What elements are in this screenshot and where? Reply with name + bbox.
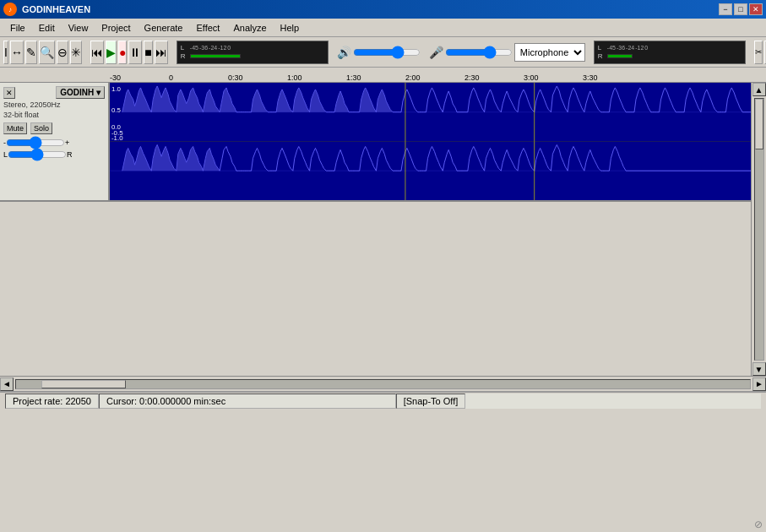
snap-status: [Snap-To Off] — [396, 394, 466, 409]
track-scroll-area: ✕ GODINH ▾ Stereo, 22050Hz 32-bit float … — [0, 83, 766, 376]
pan-row: L R — [3, 149, 105, 160]
output-volume-slider[interactable] — [353, 46, 421, 59]
close-button[interactable]: ✕ — [749, 3, 763, 15]
waveform-bottom-channel — [110, 142, 751, 201]
tool-zoom-out-button[interactable]: ⊖ — [57, 41, 68, 64]
project-rate-label: Project rate: — [13, 396, 62, 406]
transport-stop-button[interactable]: ■ — [144, 41, 152, 64]
vu-out-right-label: R — [181, 52, 187, 60]
ruler-tick-neg30: -30 — [110, 73, 121, 82]
statusbar: Project rate: 22050 Cursor: 0:00.000000 … — [0, 391, 766, 410]
ruler-tick-0: 0 — [169, 73, 173, 82]
vu-in-right-label: R — [598, 52, 605, 60]
titlebar: ♪ GODINHEAVEN − □ ✕ — [0, 0, 766, 19]
pan-slider[interactable] — [8, 149, 67, 160]
maximize-button[interactable]: □ — [734, 3, 747, 15]
hscroll-track — [15, 379, 751, 389]
svg-text:-1.0: -1.0 — [111, 134, 123, 142]
horizontal-scrollbar: ◄ ► — [0, 376, 766, 391]
track-name-button[interactable]: GODINH ▾ — [56, 86, 105, 99]
menu-effect[interactable]: Effect — [189, 21, 226, 35]
vscroll-up-button[interactable]: ▲ — [752, 83, 766, 96]
transport-pause-button[interactable]: ⏸ — [128, 41, 142, 64]
hscroll-right-button[interactable]: ► — [752, 377, 766, 391]
svg-text:0.5: 0.5 — [111, 106, 122, 114]
empty-track-area — [0, 201, 751, 376]
tool-zoom-button[interactable]: 🔍 — [39, 41, 55, 64]
input-vu-meter: L -45 -36 -24 -12 0 R — [594, 41, 746, 64]
tool-timeshift-button[interactable]: ↔ — [10, 41, 24, 64]
vscroll-down-button[interactable]: ▼ — [752, 362, 766, 376]
tool-multi-button[interactable]: ✳ — [70, 41, 82, 64]
toolbar-transport: I ↔ ✎ 🔍 ⊖ ✳ ⏮ ▶ ● ⏸ ■ ⏭ L -45 -36 -24 -1… — [0, 37, 766, 68]
menu-generate[interactable]: Generate — [138, 21, 190, 35]
solo-button[interactable]: Solo — [30, 122, 52, 134]
waveform-svg: 1.0 0.5 0.0 -0.5 -1.0 1.0 0.5 0.0 -0.5 -… — [110, 83, 751, 200]
title-text: GODINHEAVEN — [22, 4, 719, 14]
vu-in-right-bar — [607, 54, 633, 58]
transport-rewind-button[interactable]: ⏮ — [90, 41, 104, 64]
ruler-tick-130: 1:30 — [346, 73, 361, 82]
ruler-tick-30: 0:30 — [228, 73, 243, 82]
menu-edit[interactable]: Edit — [32, 21, 62, 35]
menu-analyze[interactable]: Analyze — [226, 21, 273, 35]
pan-right-label: R — [67, 150, 73, 159]
menu-view[interactable]: View — [62, 21, 95, 35]
tool-draw-button[interactable]: ✎ — [25, 41, 37, 64]
input-volume-slider[interactable] — [445, 46, 513, 59]
menubar: File Edit View Project Generate Effect A… — [0, 19, 766, 37]
output-vu-meter: L -45 -36 -24 -12 0 R — [177, 41, 329, 64]
transport-record-button[interactable]: ● — [118, 41, 127, 64]
gain-plus-label: + — [65, 138, 69, 147]
ruler-tick-300: 3:00 — [524, 73, 539, 82]
project-rate-value: 22050 — [65, 396, 91, 406]
vscroll-thumb[interactable] — [755, 99, 763, 149]
input-device-select[interactable]: Microphone Line In Stereo Mix — [514, 43, 585, 62]
track-area: ✕ GODINH ▾ Stereo, 22050Hz 32-bit float … — [0, 83, 751, 376]
window-controls: − □ ✕ — [719, 3, 763, 15]
vu-out-left-label: L — [181, 44, 187, 52]
track-header: ✕ GODINH ▾ Stereo, 22050Hz 32-bit float … — [0, 83, 110, 200]
edit-cut-button[interactable]: ✂ — [754, 41, 763, 64]
vertical-scrollbar: ▲ ▼ — [751, 83, 766, 376]
minimize-button[interactable]: − — [719, 3, 732, 15]
ruler-tick-330: 3:30 — [583, 73, 598, 82]
vu-out-right-bar — [190, 54, 241, 58]
vscroll-track — [754, 98, 764, 361]
time-ruler: -30 0 0:30 1:00 1:30 2:00 2:30 3:00 3:30 — [0, 68, 766, 83]
tool-select-button[interactable]: I — [3, 41, 8, 64]
mute-button[interactable]: Mute — [3, 122, 27, 134]
track-close-button[interactable]: ✕ — [3, 87, 15, 99]
cursor-label: Cursor: 0:00.000000 min:sec — [106, 396, 225, 406]
menu-project[interactable]: Project — [95, 21, 137, 35]
ruler-tick-200: 2:00 — [405, 73, 421, 82]
speaker-icon: 🔊 — [337, 46, 351, 59]
svg-text:1.0: 1.0 — [111, 85, 122, 93]
gain-row: - + — [3, 137, 105, 149]
hscroll-left-button[interactable]: ◄ — [0, 377, 14, 391]
track-header-top: ✕ GODINH ▾ — [3, 86, 105, 99]
app-icon: ♪ — [3, 3, 17, 16]
track-info: Stereo, 22050Hz 32-bit float — [3, 100, 105, 120]
menu-help[interactable]: Help — [274, 21, 307, 35]
track-controls: Mute Solo — [3, 122, 105, 134]
snap-label: [Snap-To Off] — [404, 396, 459, 406]
project-rate-display: Project rate: 22050 — [5, 394, 99, 409]
menu-file[interactable]: File — [3, 21, 32, 35]
status-resize-grip: ⊘ — [465, 394, 761, 409]
track-godinh: ✕ GODINH ▾ Stereo, 22050Hz 32-bit float … — [0, 83, 751, 201]
transport-play-button[interactable]: ▶ — [106, 41, 117, 64]
transport-ffwd-button[interactable]: ⏭ — [155, 41, 168, 64]
vu-in-left-label: L — [598, 44, 605, 52]
hscroll-thumb[interactable] — [41, 380, 126, 388]
ruler-tick-230: 2:30 — [464, 73, 480, 82]
mic-icon: 🎤 — [429, 46, 443, 59]
resize-grip-icon: ⊘ — [754, 518, 763, 530]
ruler-tick-100: 1:00 — [287, 73, 302, 82]
gain-slider[interactable] — [6, 137, 65, 149]
cursor-position-display: Cursor: 0:00.000000 min:sec — [99, 394, 396, 409]
track-waveform[interactable]: 1.0 0.5 0.0 -0.5 -1.0 1.0 0.5 0.0 -0.5 -… — [110, 83, 751, 200]
main-area: ✕ GODINH ▾ Stereo, 22050Hz 32-bit float … — [0, 83, 766, 391]
